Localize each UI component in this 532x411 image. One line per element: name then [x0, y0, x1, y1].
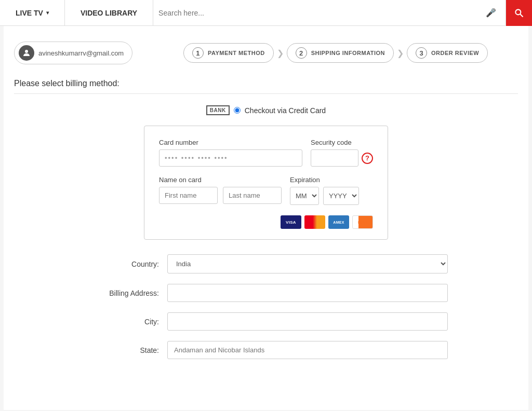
year-select[interactable]: YYYY 202420252026 202720282029 2030: [323, 187, 359, 205]
name-label: Name on card: [159, 176, 282, 184]
svg-line-1: [520, 14, 523, 17]
mastercard-logo: [304, 215, 325, 229]
step-review: 3 ORDER REVIEW: [407, 43, 488, 63]
country-row: Country: India United States United King…: [84, 254, 448, 273]
expiration-label: Expiration: [290, 176, 373, 184]
search-button[interactable]: [506, 0, 532, 26]
header: LIVE TV ▾ VIDEO LIBRARY 🎤: [0, 0, 532, 26]
svg-point-2: [25, 50, 28, 53]
card-number-label: Card number: [159, 139, 302, 146]
security-code-label: Security code: [311, 139, 373, 146]
step-2-num: 2: [296, 47, 307, 59]
card-bottom-row: Name on card Expiration MM 010203 040506…: [159, 176, 373, 207]
main-content: avineshkumarrv@gmail.com 1 PAYMENT METHO…: [4, 26, 528, 410]
payment-option-label: Checkout via Credit Card: [245, 106, 326, 115]
last-name-input[interactable]: [223, 187, 282, 204]
avatar: [19, 45, 34, 61]
state-label: State:: [84, 346, 167, 354]
step-shipping: 2 SHIPPING INFORMATION: [287, 43, 394, 63]
card-number-input[interactable]: [159, 149, 302, 167]
discover-logo: DISC: [352, 215, 373, 229]
security-code-input[interactable]: [311, 149, 358, 167]
svg-point-0: [515, 9, 521, 15]
step-1-num: 1: [192, 47, 204, 59]
nav-live-tv[interactable]: LIVE TV ▾: [0, 0, 65, 25]
credit-card-form: Card number Security code ? Name on card: [144, 126, 388, 240]
card-number-field: Card number: [159, 139, 302, 167]
bank-badge: BANK: [206, 105, 230, 115]
payment-option: BANK Checkout via Credit Card: [14, 105, 518, 115]
security-code-wrap: ?: [311, 149, 373, 167]
state-row: State:: [84, 341, 448, 359]
step-arrow-2: ❯: [397, 48, 404, 58]
card-logos: VISA AMEX DISC: [159, 215, 373, 229]
step-3-label: ORDER REVIEW: [431, 50, 479, 56]
user-icon: [22, 48, 31, 58]
billing-address-input[interactable]: [167, 284, 448, 302]
step-2-label: SHIPPING INFORMATION: [311, 50, 385, 56]
user-email: avineshkumarrv@gmail.com: [38, 49, 124, 57]
step-payment: 1 PAYMENT METHOD: [183, 43, 274, 63]
search-area: 🎤: [153, 0, 506, 25]
step-arrow-1: ❯: [277, 48, 284, 58]
billing-address-row: Billing Address:: [84, 284, 448, 302]
amex-logo: AMEX: [328, 215, 349, 229]
first-name-input[interactable]: [159, 187, 218, 204]
nav-video-library[interactable]: VIDEO LIBRARY: [65, 0, 153, 25]
nav-video-library-label: VIDEO LIBRARY: [81, 9, 137, 17]
expiry-selects: MM 010203 040506 070809 101112 YYYY 2024…: [290, 187, 373, 205]
nav-live-tv-label: LIVE TV: [16, 9, 43, 17]
country-label: Country:: [84, 260, 167, 268]
security-code-field: Security code ?: [311, 139, 373, 167]
name-inputs-row: [159, 187, 282, 204]
step-1-label: PAYMENT METHOD: [208, 50, 265, 56]
step-3-num: 3: [416, 47, 427, 59]
billing-address-label: Billing Address:: [84, 289, 167, 297]
country-select[interactable]: India United States United Kingdom: [167, 254, 448, 273]
microphone-icon[interactable]: 🎤: [486, 8, 496, 18]
credit-card-radio[interactable]: [234, 107, 241, 114]
search-icon: [514, 8, 524, 18]
city-input[interactable]: [167, 312, 448, 331]
search-input[interactable]: [158, 9, 486, 17]
user-badge: avineshkumarrv@gmail.com: [14, 42, 132, 64]
checkout-steps: 1 PAYMENT METHOD ❯ 2 SHIPPING INFORMATIO…: [153, 43, 518, 63]
visa-logo: VISA: [281, 215, 301, 229]
city-row: City:: [84, 312, 448, 331]
expiration-field: Expiration MM 010203 040506 070809 10111…: [290, 176, 373, 207]
section-title: Please select billing method:: [14, 79, 518, 94]
state-input[interactable]: [167, 341, 448, 359]
name-on-card-field: Name on card: [159, 176, 282, 207]
help-icon[interactable]: ?: [362, 153, 373, 164]
month-select[interactable]: MM 010203 040506 070809 101112: [290, 187, 319, 205]
card-top-row: Card number Security code ?: [159, 139, 373, 167]
top-bar: avineshkumarrv@gmail.com 1 PAYMENT METHO…: [14, 42, 518, 64]
chevron-down-icon: ▾: [46, 10, 49, 16]
city-label: City:: [84, 318, 167, 326]
